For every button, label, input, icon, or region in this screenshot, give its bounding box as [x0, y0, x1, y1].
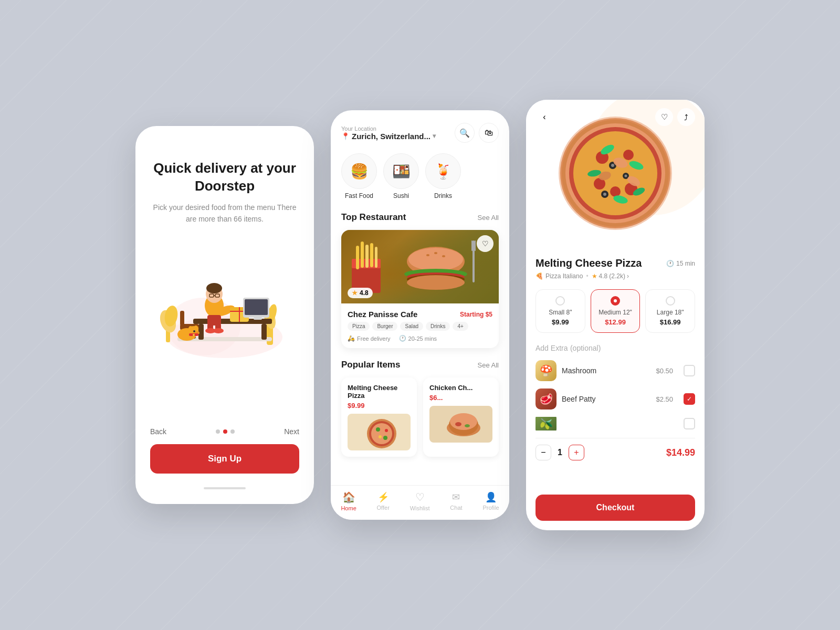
- decrease-button[interactable]: −: [536, 445, 551, 460]
- delivery-label: Free delivery: [357, 335, 391, 342]
- extras-title: Add Extra (optional): [536, 343, 695, 353]
- tag-salad: Salad: [400, 322, 423, 331]
- dot-1: [216, 429, 220, 434]
- size-medium[interactable]: Medium 12" $12.99: [591, 289, 640, 333]
- popular-price-2: $6...: [429, 394, 492, 402]
- drinks-icon: 🍹: [425, 153, 461, 189]
- search-button[interactable]: 🔍: [455, 123, 475, 143]
- time-meta: 🕐 20-25 mins: [399, 335, 437, 342]
- back-link[interactable]: Back: [150, 427, 166, 436]
- top-restaurant-title: Top Restaurant: [341, 212, 406, 223]
- home-indicator: [204, 487, 246, 489]
- rating-value: 4.8: [599, 272, 608, 280]
- home-icon: 🏠: [342, 491, 355, 503]
- header-actions: 🔍 🛍: [455, 123, 499, 143]
- checkout-button[interactable]: Checkout: [536, 495, 695, 521]
- beef-price: $2.50: [656, 395, 673, 403]
- svg-point-96: [603, 193, 606, 196]
- pizza-title: Melting Cheese Pizza: [536, 257, 642, 269]
- next-link[interactable]: Next: [284, 427, 299, 436]
- delivery-meta: 🛵 Free delivery: [348, 335, 391, 342]
- restaurant-image: ♡ ★ 4.8: [341, 230, 499, 303]
- profile-icon: 👤: [485, 491, 497, 503]
- svg-point-55: [442, 255, 445, 257]
- restaurant-card[interactable]: ♡ ★ 4.8 Chez Panisse Cafe Starting $5 Pi…: [341, 230, 499, 348]
- wishlist-button[interactable]: ♡: [477, 235, 494, 252]
- signup-button[interactable]: Sign Up: [150, 444, 299, 474]
- share-button[interactable]: ⤴: [677, 108, 695, 126]
- see-all-popular[interactable]: See All: [478, 361, 499, 369]
- sushi-icon: 🍱: [383, 153, 419, 189]
- favorite-button[interactable]: ♡: [655, 108, 673, 126]
- svg-point-92: [611, 164, 614, 167]
- pizza-rating[interactable]: ★ 4.8 (2.2k) ›: [592, 272, 629, 280]
- dot-3: [230, 429, 235, 434]
- tag-more: 4+: [453, 322, 468, 331]
- svg-rect-47: [361, 242, 364, 268]
- sushi-label: Sushi: [393, 192, 409, 200]
- extra-beef: 🥩 Beef Patty $2.50 ✓: [536, 388, 695, 410]
- svg-point-39: [193, 330, 195, 332]
- popular-price-1: $9.99: [348, 402, 411, 410]
- starting-price: Starting $5: [460, 311, 492, 318]
- popular-item-1[interactable]: Melting Cheese Pizza $9.99: [341, 377, 417, 457]
- star-icon: ★: [592, 272, 597, 280]
- tag-pizza: Pizza: [348, 322, 370, 331]
- fastfood-label: Fast Food: [345, 192, 373, 200]
- svg-rect-34: [254, 318, 262, 320]
- svg-rect-61: [471, 240, 472, 251]
- categories: 🍔 Fast Food 🍱 Sushi 🍹 Drinks: [341, 153, 499, 200]
- category-fastfood[interactable]: 🍔 Fast Food: [341, 153, 377, 200]
- beef-thumb: 🥩: [536, 388, 556, 410]
- nav-offer[interactable]: ⚡ Offer: [377, 491, 390, 511]
- pizza-restaurant[interactable]: 🍕 Pizza Italiano: [536, 272, 583, 280]
- chevron-down-icon: ▾: [433, 132, 436, 140]
- size-large[interactable]: Large 18" $16.99: [645, 289, 695, 333]
- clock-icon: 🕐: [666, 260, 674, 267]
- size-medium-name: Medium 12": [595, 309, 636, 316]
- beef-checkbox[interactable]: ✓: [684, 393, 695, 405]
- svg-point-27: [213, 328, 224, 333]
- category-drinks[interactable]: 🍹 Drinks: [425, 153, 461, 200]
- size-small-radio: [555, 296, 565, 306]
- back-button[interactable]: ‹: [536, 108, 553, 126]
- quantity-control: − 1 +: [536, 445, 584, 460]
- rating-chevron: ›: [627, 272, 629, 280]
- meta-separator: •: [586, 272, 588, 280]
- pizza-detail-content: Melting Cheese Pizza 🕐 15 min 🍕 Pizza It…: [526, 247, 705, 495]
- size-small[interactable]: Small 8" $9.99: [536, 289, 585, 333]
- location-place[interactable]: 📍 Zurich, Switzerland... ▾: [341, 132, 436, 141]
- nav-wishlist-label: Wishlist: [410, 505, 430, 511]
- svg-rect-15: [180, 311, 184, 326]
- cart-button[interactable]: 🛍: [479, 123, 499, 143]
- nav-offer-label: Offer: [377, 505, 390, 511]
- increase-button[interactable]: +: [569, 445, 584, 460]
- bottom-nav: 🏠 Home ⚡ Offer ♡ Wishlist ✉ Chat 👤 Profi…: [331, 485, 509, 520]
- popular-img-1: [348, 414, 411, 450]
- svg-point-52: [408, 248, 463, 271]
- see-all-restaurants[interactable]: See All: [478, 214, 499, 222]
- tag-burger: Burger: [372, 322, 397, 331]
- size-small-name: Small 8": [540, 309, 581, 316]
- fastfood-icon: 🍔: [341, 153, 377, 189]
- pizza-meta: 🍕 Pizza Italiano • ★ 4.8 (2.2k) ›: [536, 272, 695, 280]
- mushroom-checkbox[interactable]: [684, 365, 695, 376]
- olive-checkbox[interactable]: [684, 418, 695, 429]
- nav-wishlist[interactable]: ♡ Wishlist: [410, 491, 430, 511]
- restaurant-rating: ★ 4.8: [348, 288, 373, 298]
- category-sushi[interactable]: 🍱 Sushi: [383, 153, 419, 200]
- size-large-price: $16.99: [650, 318, 690, 326]
- nav-chat[interactable]: ✉ Chat: [450, 491, 462, 511]
- illustration: [156, 237, 293, 363]
- offer-icon: ⚡: [377, 491, 389, 503]
- nav-home[interactable]: 🏠 Home: [341, 491, 356, 511]
- svg-rect-33: [245, 299, 268, 315]
- popular-item-2[interactable]: Chicken Ch... $6...: [423, 377, 499, 457]
- pizza-hero: ‹ ♡ ⤴: [526, 100, 705, 247]
- restaurant-tags: Pizza Burger Salad Drinks 4+: [348, 322, 492, 331]
- quantity-value: 1: [558, 448, 562, 457]
- popular-title: Popular Items: [341, 360, 400, 370]
- nav-profile[interactable]: 👤 Profile: [482, 491, 499, 511]
- rating-value: 4.8: [360, 289, 369, 297]
- svg-rect-49: [370, 243, 373, 267]
